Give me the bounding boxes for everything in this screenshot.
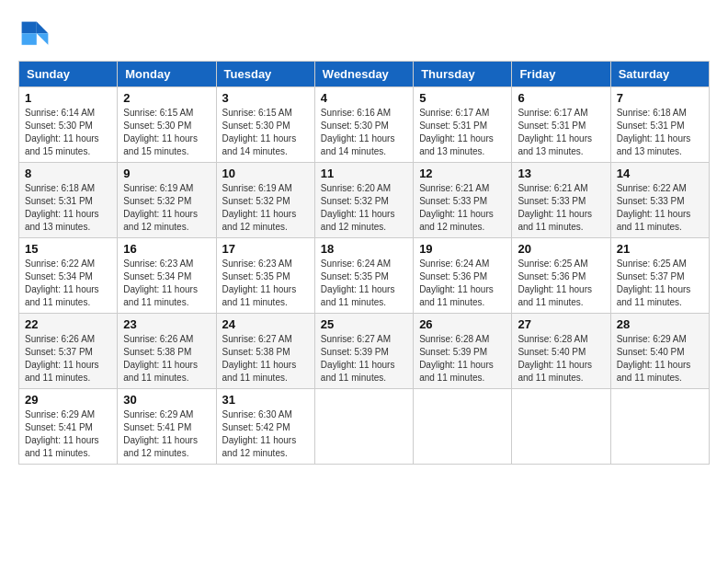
header-day-sunday: Sunday: [19, 62, 118, 87]
day-info: Sunrise: 6:30 AM Sunset: 5:42 PM Dayligh…: [222, 408, 309, 460]
day-number: 2: [123, 91, 210, 105]
day-info: Sunrise: 6:21 AM Sunset: 5:33 PM Dayligh…: [518, 182, 604, 234]
calendar-cell: 6 Sunrise: 6:17 AM Sunset: 5:31 PM Dayli…: [512, 87, 610, 163]
calendar-cell: 18 Sunrise: 6:24 AM Sunset: 5:35 PM Dayl…: [314, 238, 413, 314]
day-info: Sunrise: 6:18 AM Sunset: 5:31 PM Dayligh…: [617, 107, 703, 158]
day-info: Sunrise: 6:19 AM Sunset: 5:32 PM Dayligh…: [123, 182, 210, 234]
calendar-cell: 22 Sunrise: 6:26 AM Sunset: 5:37 PM Dayl…: [19, 314, 118, 389]
day-info: Sunrise: 6:22 AM Sunset: 5:33 PM Dayligh…: [617, 182, 703, 234]
week-row-5: 29 Sunrise: 6:29 AM Sunset: 5:41 PM Dayl…: [19, 389, 710, 465]
day-number: 6: [518, 91, 604, 105]
svg-rect-3: [22, 33, 37, 45]
day-info: Sunrise: 6:17 AM Sunset: 5:31 PM Dayligh…: [419, 107, 506, 158]
svg-rect-2: [22, 22, 37, 34]
day-number: 16: [123, 242, 210, 256]
logo-icon: [18, 18, 51, 52]
day-number: 1: [25, 91, 111, 105]
day-info: Sunrise: 6:29 AM Sunset: 5:41 PM Dayligh…: [123, 408, 210, 460]
day-info: Sunrise: 6:20 AM Sunset: 5:32 PM Dayligh…: [321, 182, 407, 234]
calendar-cell: 4 Sunrise: 6:16 AM Sunset: 5:30 PM Dayli…: [314, 87, 413, 163]
day-info: Sunrise: 6:26 AM Sunset: 5:38 PM Dayligh…: [123, 333, 210, 385]
week-row-2: 8 Sunrise: 6:18 AM Sunset: 5:31 PM Dayli…: [19, 163, 710, 238]
calendar-cell: 2 Sunrise: 6:15 AM Sunset: 5:30 PM Dayli…: [118, 87, 216, 163]
day-number: 18: [321, 242, 407, 256]
day-info: Sunrise: 6:15 AM Sunset: 5:30 PM Dayligh…: [123, 107, 210, 158]
calendar-cell: 20 Sunrise: 6:25 AM Sunset: 5:36 PM Dayl…: [512, 238, 610, 314]
day-info: Sunrise: 6:15 AM Sunset: 5:30 PM Dayligh…: [222, 107, 309, 158]
calendar-cell: 30 Sunrise: 6:29 AM Sunset: 5:41 PM Dayl…: [118, 389, 216, 465]
day-number: 30: [123, 393, 210, 407]
week-row-1: 1 Sunrise: 6:14 AM Sunset: 5:30 PM Dayli…: [19, 87, 710, 163]
calendar-cell: 26 Sunrise: 6:28 AM Sunset: 5:39 PM Dayl…: [414, 314, 512, 389]
calendar-header-row: SundayMondayTuesdayWednesdayThursdayFrid…: [19, 62, 710, 87]
calendar-cell: 24 Sunrise: 6:27 AM Sunset: 5:38 PM Dayl…: [216, 314, 314, 389]
header-day-friday: Friday: [512, 62, 610, 87]
calendar-cell: 9 Sunrise: 6:19 AM Sunset: 5:32 PM Dayli…: [118, 163, 216, 238]
day-number: 31: [222, 393, 309, 407]
day-number: 11: [321, 167, 407, 180]
calendar-body: 1 Sunrise: 6:14 AM Sunset: 5:30 PM Dayli…: [19, 87, 710, 465]
day-info: Sunrise: 6:29 AM Sunset: 5:40 PM Dayligh…: [617, 333, 703, 385]
calendar-cell: 8 Sunrise: 6:18 AM Sunset: 5:31 PM Dayli…: [19, 163, 118, 238]
day-info: Sunrise: 6:17 AM Sunset: 5:31 PM Dayligh…: [518, 107, 604, 158]
calendar-cell: [512, 389, 610, 465]
day-info: Sunrise: 6:23 AM Sunset: 5:34 PM Dayligh…: [123, 258, 210, 309]
day-number: 22: [25, 317, 111, 331]
day-number: 3: [222, 91, 309, 105]
calendar-cell: 7 Sunrise: 6:18 AM Sunset: 5:31 PM Dayli…: [610, 87, 709, 163]
calendar-cell: 23 Sunrise: 6:26 AM Sunset: 5:38 PM Dayl…: [118, 314, 216, 389]
day-number: 29: [25, 393, 111, 407]
day-info: Sunrise: 6:27 AM Sunset: 5:38 PM Dayligh…: [222, 333, 309, 385]
day-number: 5: [419, 91, 506, 105]
header-day-monday: Monday: [118, 62, 216, 87]
day-info: Sunrise: 6:21 AM Sunset: 5:33 PM Dayligh…: [419, 182, 506, 234]
day-number: 4: [321, 91, 407, 105]
calendar-cell: 3 Sunrise: 6:15 AM Sunset: 5:30 PM Dayli…: [216, 87, 314, 163]
day-number: 21: [617, 242, 703, 256]
week-row-4: 22 Sunrise: 6:26 AM Sunset: 5:37 PM Dayl…: [19, 314, 710, 389]
header-day-tuesday: Tuesday: [216, 62, 314, 87]
day-info: Sunrise: 6:28 AM Sunset: 5:40 PM Dayligh…: [518, 333, 604, 385]
day-number: 10: [222, 167, 309, 180]
day-info: Sunrise: 6:25 AM Sunset: 5:36 PM Dayligh…: [518, 258, 604, 309]
day-info: Sunrise: 6:22 AM Sunset: 5:34 PM Dayligh…: [25, 258, 111, 309]
day-number: 8: [25, 167, 111, 180]
calendar-cell: 31 Sunrise: 6:30 AM Sunset: 5:42 PM Dayl…: [216, 389, 314, 465]
header-day-saturday: Saturday: [610, 62, 709, 87]
calendar-cell: 10 Sunrise: 6:19 AM Sunset: 5:32 PM Dayl…: [216, 163, 314, 238]
calendar-cell: 25 Sunrise: 6:27 AM Sunset: 5:39 PM Dayl…: [314, 314, 413, 389]
calendar-cell: 5 Sunrise: 6:17 AM Sunset: 5:31 PM Dayli…: [414, 87, 512, 163]
calendar: SundayMondayTuesdayWednesdayThursdayFrid…: [18, 61, 710, 465]
day-info: Sunrise: 6:25 AM Sunset: 5:37 PM Dayligh…: [617, 258, 703, 309]
day-number: 19: [419, 242, 506, 256]
day-number: 12: [419, 167, 506, 180]
calendar-cell: [414, 389, 512, 465]
calendar-cell: 14 Sunrise: 6:22 AM Sunset: 5:33 PM Dayl…: [610, 163, 709, 238]
header-day-wednesday: Wednesday: [314, 62, 413, 87]
day-info: Sunrise: 6:14 AM Sunset: 5:30 PM Dayligh…: [25, 107, 111, 158]
day-info: Sunrise: 6:24 AM Sunset: 5:35 PM Dayligh…: [321, 258, 407, 309]
calendar-cell: 29 Sunrise: 6:29 AM Sunset: 5:41 PM Dayl…: [19, 389, 118, 465]
page-header: [18, 18, 710, 52]
day-number: 9: [123, 167, 210, 180]
calendar-cell: 27 Sunrise: 6:28 AM Sunset: 5:40 PM Dayl…: [512, 314, 610, 389]
day-info: Sunrise: 6:16 AM Sunset: 5:30 PM Dayligh…: [321, 107, 407, 158]
day-number: 15: [25, 242, 111, 256]
svg-marker-1: [37, 33, 49, 45]
day-info: Sunrise: 6:23 AM Sunset: 5:35 PM Dayligh…: [222, 258, 309, 309]
week-row-3: 15 Sunrise: 6:22 AM Sunset: 5:34 PM Dayl…: [19, 238, 710, 314]
svg-marker-0: [37, 22, 49, 34]
day-number: 27: [518, 317, 604, 331]
calendar-cell: 1 Sunrise: 6:14 AM Sunset: 5:30 PM Dayli…: [19, 87, 118, 163]
calendar-cell: 28 Sunrise: 6:29 AM Sunset: 5:40 PM Dayl…: [610, 314, 709, 389]
day-number: 13: [518, 167, 604, 180]
day-number: 14: [617, 167, 703, 180]
day-info: Sunrise: 6:26 AM Sunset: 5:37 PM Dayligh…: [25, 333, 111, 385]
day-info: Sunrise: 6:28 AM Sunset: 5:39 PM Dayligh…: [419, 333, 506, 385]
day-info: Sunrise: 6:19 AM Sunset: 5:32 PM Dayligh…: [222, 182, 309, 234]
calendar-cell: 15 Sunrise: 6:22 AM Sunset: 5:34 PM Dayl…: [19, 238, 118, 314]
calendar-cell: 16 Sunrise: 6:23 AM Sunset: 5:34 PM Dayl…: [118, 238, 216, 314]
calendar-cell: 12 Sunrise: 6:21 AM Sunset: 5:33 PM Dayl…: [414, 163, 512, 238]
day-number: 26: [419, 317, 506, 331]
day-number: 17: [222, 242, 309, 256]
